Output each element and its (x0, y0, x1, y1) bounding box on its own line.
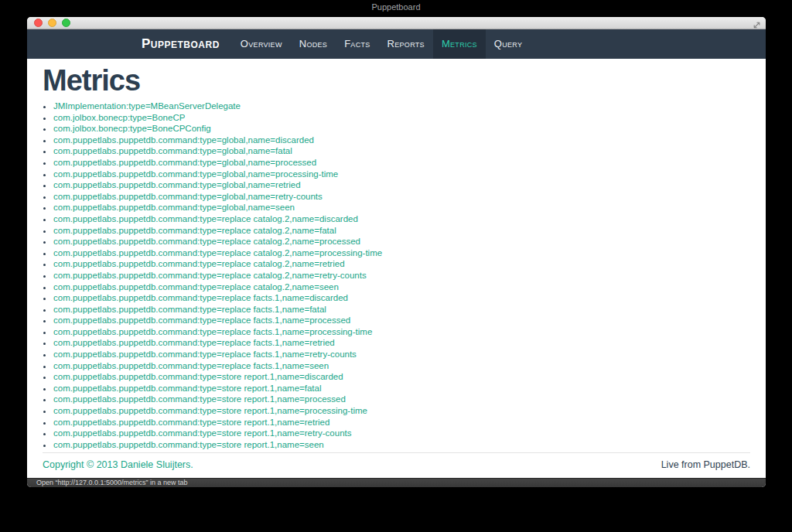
metric-link[interactable]: com.puppetlabs.puppetdb.command:type=rep… (53, 271, 367, 280)
metric-link[interactable]: com.puppetlabs.puppetdb.command:type=glo… (53, 146, 292, 155)
metric-list-item: com.puppetlabs.puppetdb.command:type=sto… (53, 417, 750, 428)
metric-list-item: com.puppetlabs.puppetdb.command:type=rep… (53, 304, 750, 315)
metric-link[interactable]: com.puppetlabs.puppetdb.command:type=glo… (53, 158, 316, 167)
nav-link[interactable]: Reports (379, 29, 433, 59)
metric-link[interactable]: com.puppetlabs.puppetdb.command:type=glo… (53, 192, 323, 201)
metric-list-item: com.puppetlabs.puppetdb.command:type=sto… (53, 405, 750, 417)
metric-link[interactable]: com.puppetlabs.puppetdb.command:type=sto… (53, 428, 351, 438)
nav-item-facts[interactable]: Facts (336, 29, 378, 59)
metric-link[interactable]: com.puppetlabs.puppetdb.command:type=rep… (53, 338, 335, 347)
metric-list-item: com.puppetlabs.puppetdb.command:type=sto… (53, 383, 750, 394)
metric-link[interactable]: com.puppetlabs.puppetdb.command:type=rep… (53, 282, 339, 292)
nav-link[interactable]: Facts (336, 29, 378, 59)
metrics-list: JMImplementation:type=MBeanServerDelegat… (43, 101, 750, 450)
metric-link[interactable]: JMImplementation:type=MBeanServerDelegat… (53, 101, 241, 111)
nav-item-query[interactable]: Query (486, 29, 531, 59)
metric-link[interactable]: com.puppetlabs.puppetdb.command:type=glo… (53, 203, 295, 212)
metric-list-item: com.puppetlabs.puppetdb.command:type=sto… (53, 394, 750, 405)
metric-list-item: com.puppetlabs.puppetdb.command:type=rep… (53, 326, 750, 338)
metric-list-item: com.puppetlabs.puppetdb.command:type=rep… (53, 225, 750, 237)
page-content: Metrics JMImplementation:type=MBeanServe… (27, 59, 766, 452)
metric-link[interactable]: com.puppetlabs.puppetdb.command:type=rep… (53, 259, 345, 268)
metric-link[interactable]: com.puppetlabs.puppetdb.command:type=glo… (53, 135, 314, 145)
metric-list-item: com.puppetlabs.puppetdb.command:type=rep… (53, 315, 750, 326)
metric-list-item: com.puppetlabs.puppetdb.command:type=glo… (53, 145, 750, 157)
status-bar: Open “http://127.0.0.1:5000/metrics” in … (27, 478, 766, 487)
metric-list-item: com.puppetlabs.puppetdb.command:type=glo… (53, 157, 750, 169)
metric-list-item: com.puppetlabs.puppetdb.command:type=rep… (53, 337, 750, 349)
metric-list-item: com.puppetlabs.puppetdb.command:type=rep… (53, 270, 750, 281)
metric-link[interactable]: com.jolbox.bonecp:type=BoneCP (53, 113, 185, 122)
metric-link[interactable]: com.puppetlabs.puppetdb.command:type=rep… (53, 293, 348, 302)
nav-link[interactable]: Metrics (433, 29, 486, 59)
metric-link[interactable]: com.puppetlabs.puppetdb.command:type=sto… (53, 418, 329, 427)
metric-link[interactable]: com.puppetlabs.puppetdb.command:type=sto… (53, 384, 322, 393)
nav-link[interactable]: Nodes (291, 29, 336, 59)
metric-list-item: com.puppetlabs.puppetdb.command:type=rep… (53, 292, 750, 304)
window-titlebar (27, 17, 766, 29)
metric-list-item: com.puppetlabs.puppetdb.command:type=rep… (53, 258, 750, 270)
nav-link[interactable]: Query (486, 29, 531, 59)
metric-list-item: com.jolbox.bonecp:type=BoneCP (53, 112, 750, 124)
metric-link[interactable]: com.puppetlabs.puppetdb.command:type=sto… (53, 406, 367, 415)
metric-list-item: com.jolbox.bonecp:type=BoneCPConfig (53, 123, 750, 135)
metric-list-item: com.puppetlabs.puppetdb.command:type=sto… (53, 371, 750, 383)
metric-list-item: com.puppetlabs.puppetdb.command:type=sto… (53, 428, 750, 439)
metric-list-item: com.puppetlabs.puppetdb.command:type=rep… (53, 213, 750, 225)
metric-link[interactable]: com.puppetlabs.puppetdb.command:type=rep… (53, 361, 329, 370)
nav-item-reports[interactable]: Reports (379, 29, 433, 59)
metric-list-item: com.puppetlabs.puppetdb.command:type=glo… (53, 191, 750, 203)
metric-link[interactable]: com.puppetlabs.puppetdb.command:type=rep… (53, 350, 357, 359)
close-button[interactable] (34, 19, 43, 27)
metric-list-item: JMImplementation:type=MBeanServerDelegat… (53, 101, 750, 112)
fullscreen-icon[interactable] (753, 19, 761, 27)
metric-list-item: com.puppetlabs.puppetdb.command:type=rep… (53, 236, 750, 247)
metric-link[interactable]: com.puppetlabs.puppetdb.command:type=rep… (53, 226, 336, 235)
metric-list-item: com.puppetlabs.puppetdb.command:type=rep… (53, 247, 750, 259)
metric-link[interactable]: com.puppetlabs.puppetdb.command:type=rep… (53, 237, 360, 246)
nav-link[interactable]: Overview (232, 29, 291, 59)
metric-list-item: com.puppetlabs.puppetdb.command:type=glo… (53, 169, 750, 180)
metric-link[interactable]: com.puppetlabs.puppetdb.command:type=rep… (53, 315, 350, 325)
metric-link[interactable]: com.jolbox.bonecp:type=BoneCPConfig (53, 124, 211, 133)
metric-link[interactable]: com.puppetlabs.puppetdb.command:type=sto… (53, 394, 346, 404)
traffic-lights (34, 19, 70, 27)
status-text: Open “http://127.0.0.1:5000/metrics” in … (36, 479, 188, 486)
page-title: Metrics (43, 65, 750, 96)
metric-link[interactable]: com.puppetlabs.puppetdb.command:type=rep… (53, 327, 372, 336)
metric-list-item: com.puppetlabs.puppetdb.command:type=glo… (53, 202, 750, 213)
metric-link[interactable]: com.puppetlabs.puppetdb.command:type=sto… (53, 440, 324, 449)
browser-window: Puppetboard Overview Nodes Facts Reports… (27, 17, 766, 487)
metric-list-item: com.puppetlabs.puppetdb.command:type=glo… (53, 179, 750, 191)
window-title: Puppetboard (0, 2, 792, 12)
metric-link[interactable]: com.puppetlabs.puppetdb.command:type=rep… (53, 248, 382, 257)
nav-item-nodes[interactable]: Nodes (291, 29, 336, 59)
metric-link[interactable]: com.puppetlabs.puppetdb.command:type=glo… (53, 180, 301, 189)
metric-link[interactable]: com.puppetlabs.puppetdb.command:type=rep… (53, 214, 358, 223)
nav-item-metrics[interactable]: Metrics (433, 29, 486, 59)
zoom-button[interactable] (62, 19, 70, 27)
metric-link[interactable]: com.puppetlabs.puppetdb.command:type=sto… (53, 372, 343, 381)
main-navbar: Puppetboard Overview Nodes Facts Reports… (27, 29, 766, 59)
page-footer: Copyright © 2013 Daniele Sluijters. Live… (43, 452, 750, 478)
metric-list-item: com.puppetlabs.puppetdb.command:type=rep… (53, 360, 750, 372)
minimize-button[interactable] (48, 19, 56, 27)
metric-list-item: com.puppetlabs.puppetdb.command:type=sto… (53, 439, 750, 451)
metric-list-item: com.puppetlabs.puppetdb.command:type=glo… (53, 135, 750, 146)
live-from-text: Live from PuppetDB. (661, 459, 750, 471)
nav-item-overview[interactable]: Overview (232, 29, 291, 59)
metric-list-item: com.puppetlabs.puppetdb.command:type=rep… (53, 349, 750, 360)
navbar-brand[interactable]: Puppetboard (142, 29, 220, 59)
metric-list-item: com.puppetlabs.puppetdb.command:type=rep… (53, 281, 750, 293)
nav-list: Overview Nodes Facts Reports Metrics Que… (232, 29, 531, 59)
metric-link[interactable]: com.puppetlabs.puppetdb.command:type=rep… (53, 305, 326, 314)
metric-link[interactable]: com.puppetlabs.puppetdb.command:type=glo… (53, 169, 338, 179)
copyright-link[interactable]: Copyright © 2013 Daniele Sluijters. (43, 459, 193, 471)
